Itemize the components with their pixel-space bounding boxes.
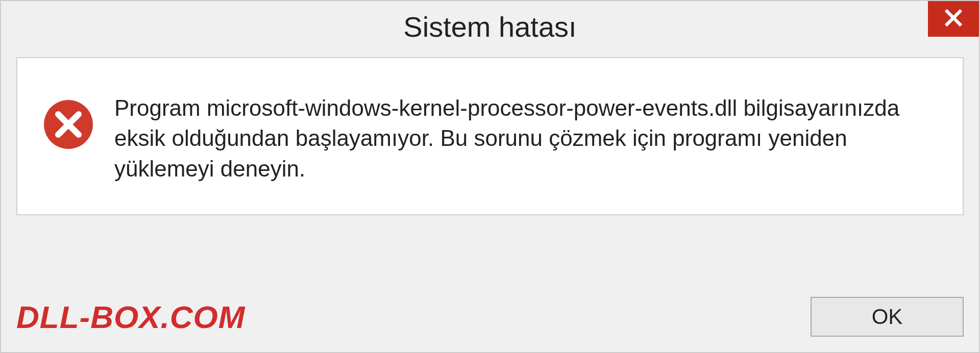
error-icon (43, 99, 94, 150)
content-panel: Program microsoft-windows-kernel-process… (16, 57, 964, 215)
watermark-text: DLL-BOX.COM (16, 299, 245, 335)
ok-button[interactable]: OK (811, 297, 964, 337)
error-message: Program microsoft-windows-kernel-process… (114, 89, 937, 184)
error-dialog: Sistem hatası Program microsoft-windows-… (0, 0, 980, 353)
ok-button-label: OK (872, 305, 903, 329)
dialog-title: Sistem hatası (403, 10, 576, 43)
titlebar: Sistem hatası (1, 1, 979, 52)
close-icon (944, 8, 963, 30)
close-button[interactable] (928, 1, 979, 37)
dialog-footer: DLL-BOX.COM OK (16, 297, 964, 337)
